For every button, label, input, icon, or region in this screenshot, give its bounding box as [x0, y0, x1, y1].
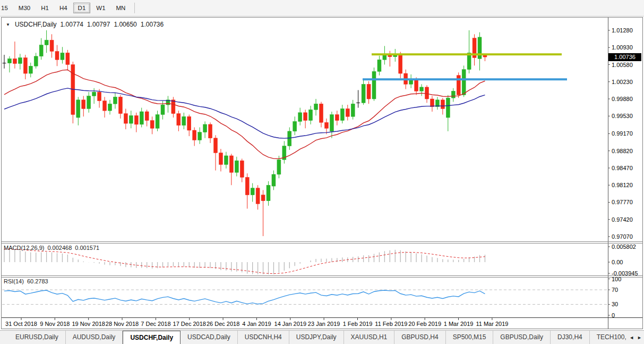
svg-text:0.98470: 0.98470 [612, 165, 633, 171]
svg-text:0.97420: 0.97420 [612, 216, 633, 223]
chart-window: 1.012801.009301.005801.002300.998800.995… [0, 16, 644, 330]
macd-name: MACD(12,26,9) [4, 245, 44, 251]
svg-text:7 Dec 2018: 7 Dec 2018 [141, 321, 170, 327]
timeframe-button-mn[interactable]: MN [111, 3, 131, 13]
chart-tab-xauusd-h1[interactable]: XAUUSD,H1 [344, 331, 395, 344]
chart-tab-sp500-m15[interactable]: SP500,M15 [446, 331, 494, 344]
svg-text:1 Feb 2019: 1 Feb 2019 [343, 321, 373, 327]
chart-tab-usdcnh-h4[interactable]: USDCNH,H4 [238, 331, 289, 344]
tab-scroll-left-icon[interactable]: ◄ [629, 335, 634, 340]
chart-title: ▼ USDCHF,Daily 1.00774 1.00797 1.00650 1… [6, 21, 164, 28]
svg-text:9 Nov 2018: 9 Nov 2018 [40, 321, 70, 327]
macd-value: 0.002468 [47, 245, 72, 251]
svg-text:1.00230: 1.00230 [612, 79, 633, 85]
chart-window-border [2, 18, 643, 329]
svg-text:17 Dec 2018: 17 Dec 2018 [173, 321, 206, 327]
svg-text:1 Mar 2019: 1 Mar 2019 [444, 321, 474, 327]
chart-tabs-bar: EURUSD,DailyAUDUSD,DailyUSDCHF,DailyUSDC… [0, 330, 644, 344]
svg-text:0.98120: 0.98120 [612, 182, 633, 188]
svg-text:0.005802: 0.005802 [612, 244, 636, 250]
svg-text:11 Feb 2019: 11 Feb 2019 [375, 321, 407, 327]
chart-tab-gbpusd-h4[interactable]: GBPUSD,H4 [394, 331, 445, 344]
timeframe-button-w1[interactable]: W1 [91, 3, 110, 13]
ohlc-close: 1.00736 [141, 21, 164, 28]
symbol-dropdown-icon[interactable]: ▼ [6, 22, 11, 27]
price-chart-canvas[interactable]: 1.012801.009301.005801.002300.998800.995… [0, 16, 644, 330]
svg-text:0: 0 [612, 312, 615, 318]
symbol-period-label: USDCHF,Daily [15, 21, 57, 28]
chart-tab-eurusd-daily[interactable]: EURUSD,Daily [8, 331, 66, 344]
svg-text:1.00580: 1.00580 [612, 62, 633, 68]
svg-text:0.00: 0.00 [612, 259, 623, 265]
timeframe-toolbar: 15M30H1H4D1W1MN [0, 0, 644, 16]
svg-text:1.01280: 1.01280 [612, 27, 633, 33]
svg-text:1.00930: 1.00930 [612, 44, 633, 51]
svg-text:26 Dec 2018: 26 Dec 2018 [207, 321, 239, 327]
svg-text:11 Mar 2019: 11 Mar 2019 [476, 321, 508, 327]
svg-text:28 Nov 2018: 28 Nov 2018 [106, 321, 139, 327]
chart-tab-usdchf-daily[interactable]: USDCHF,Daily [123, 331, 181, 344]
svg-text:23 Jan 2019: 23 Jan 2019 [308, 321, 340, 327]
svg-text:20 Feb 2019: 20 Feb 2019 [408, 321, 441, 327]
svg-text:0.97070: 0.97070 [612, 233, 633, 240]
chart-tab-dj30-h4[interactable]: DJ30,H4 [551, 331, 590, 344]
chart-tab-gbpusd-daily[interactable]: GBPUSD,Daily [493, 331, 551, 344]
timeframe-button-m30[interactable]: M30 [14, 3, 35, 13]
timeframe-button-h4[interactable]: H4 [55, 3, 72, 13]
svg-text:100: 100 [612, 276, 621, 282]
svg-text:0.99880: 0.99880 [612, 96, 633, 102]
svg-text:4 Jan 2019: 4 Jan 2019 [242, 321, 271, 327]
svg-text:0.99170: 0.99170 [612, 130, 633, 137]
chart-tab-audusd-daily[interactable]: AUDUSD,Daily [66, 331, 123, 344]
timeframe-button-h1[interactable]: H1 [36, 3, 54, 13]
current-price-badge: 1.00736 [608, 53, 641, 61]
chart-tab-usdjpy-daily[interactable]: USDJPY,Daily [289, 331, 344, 344]
tab-scroll-right-icon[interactable]: ► [637, 335, 642, 340]
tab-scroll-arrows: ◄ ► [626, 331, 644, 344]
timeframe-button-15[interactable]: 15 [0, 3, 13, 13]
ohlc-open: 1.00774 [61, 21, 83, 28]
svg-text:14 Jan 2019: 14 Jan 2019 [274, 321, 307, 327]
rsi-indicator-label: RSI(14) 60.2783 [4, 278, 48, 284]
timeframe-button-d1[interactable]: D1 [73, 3, 91, 13]
svg-text:31 Oct 2018: 31 Oct 2018 [5, 321, 37, 327]
rsi-name: RSI(14) [4, 278, 24, 284]
svg-text:0.99530: 0.99530 [612, 113, 633, 119]
ohlc-low: 1.00650 [114, 21, 136, 28]
toolbar-separator [134, 3, 135, 13]
rsi-value: 60.2783 [27, 278, 48, 284]
chart-tab-usdcad-daily[interactable]: USDCAD,Daily [181, 331, 238, 344]
macd-signal-value: 0.001571 [75, 245, 99, 251]
svg-text:0.97770: 0.97770 [612, 199, 633, 205]
ohlc-high: 1.00797 [87, 21, 110, 28]
svg-text:70: 70 [612, 287, 618, 293]
svg-text:0.98820: 0.98820 [612, 148, 633, 154]
svg-text:30: 30 [612, 301, 618, 307]
macd-indicator-label: MACD(12,26,9) 0.002468 0.001571 [4, 245, 99, 251]
svg-text:19 Nov 2018: 19 Nov 2018 [72, 321, 105, 327]
